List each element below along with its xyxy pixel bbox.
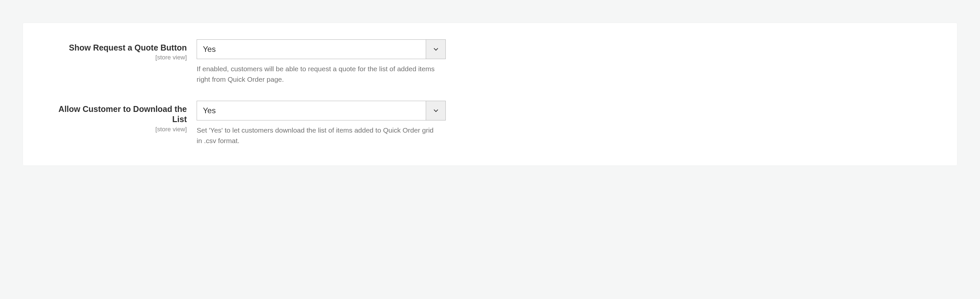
field-value-col: Yes Set 'Yes' to let customers download … (197, 101, 446, 146)
field-scope: [store view] (43, 125, 187, 134)
field-help: Set 'Yes' to let customers download the … (197, 125, 439, 146)
field-help: If enabled, customers will be able to re… (197, 64, 439, 84)
show-request-quote-select[interactable]: Yes (197, 39, 446, 59)
dropdown-toggle[interactable] (426, 101, 445, 120)
select-value: Yes (197, 40, 426, 59)
field-allow-download-list: Allow Customer to Download the List [sto… (43, 101, 937, 146)
field-scope: [store view] (43, 53, 187, 62)
field-label-col: Allow Customer to Download the List [sto… (43, 101, 197, 133)
chevron-down-icon (434, 46, 438, 52)
chevron-down-icon (434, 108, 438, 114)
allow-download-list-select[interactable]: Yes (197, 101, 446, 120)
dropdown-toggle[interactable] (426, 40, 445, 59)
config-page: Show Request a Quote Button [store view]… (0, 0, 980, 189)
field-value-col: Yes If enabled, customers will be able t… (197, 39, 446, 84)
field-show-request-quote: Show Request a Quote Button [store view]… (43, 39, 937, 84)
field-label: Show Request a Quote Button (43, 43, 187, 53)
field-label-col: Show Request a Quote Button [store view] (43, 39, 197, 62)
config-panel: Show Request a Quote Button [store view]… (23, 23, 957, 165)
field-label: Allow Customer to Download the List (43, 104, 187, 125)
select-value: Yes (197, 101, 426, 120)
